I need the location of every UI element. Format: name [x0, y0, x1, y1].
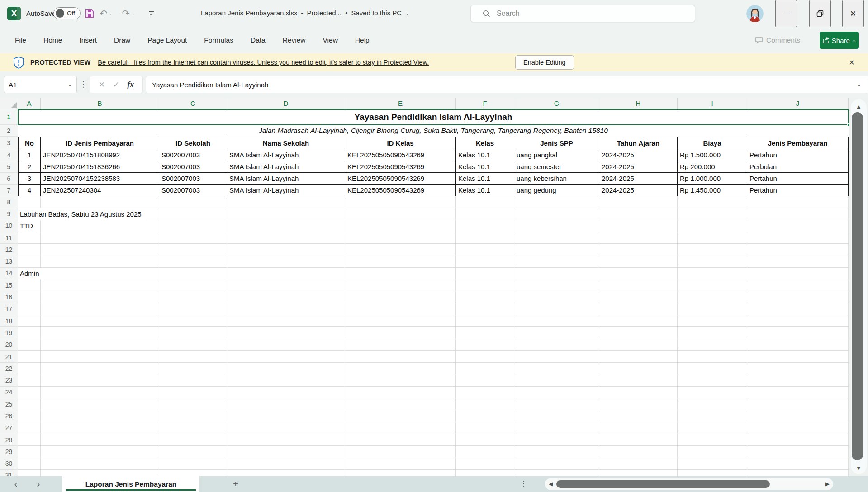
cell-H31[interactable] — [599, 470, 678, 476]
cell-A16[interactable] — [18, 291, 41, 303]
cell-B4[interactable]: JEN20250704151808992 — [41, 149, 159, 161]
cell-I8[interactable] — [678, 196, 747, 208]
cell-H17[interactable] — [599, 303, 678, 315]
cell-B19[interactable] — [41, 327, 159, 339]
cell-H21[interactable] — [599, 351, 678, 363]
cell-A21[interactable] — [18, 351, 41, 363]
cell-A17[interactable] — [18, 303, 41, 315]
cell-I26[interactable] — [678, 410, 747, 422]
cell-F17[interactable] — [456, 303, 514, 315]
cell-E13[interactable] — [345, 255, 456, 267]
cell-F11[interactable] — [456, 232, 514, 244]
cell-G15[interactable] — [514, 279, 599, 291]
row-header-18[interactable]: 18 — [0, 315, 18, 327]
cell-F6[interactable]: Kelas 10.1 — [456, 173, 514, 184]
cell-F29[interactable] — [456, 446, 514, 458]
scroll-down-icon[interactable]: ▼ — [851, 465, 867, 472]
save-button[interactable] — [82, 6, 97, 21]
cell-H24[interactable] — [599, 387, 678, 398]
row-header-23[interactable]: 23 — [0, 374, 18, 386]
cell-D30[interactable] — [227, 458, 345, 470]
cell-I17[interactable] — [678, 303, 747, 315]
cell-F19[interactable] — [456, 327, 514, 339]
row-header-6[interactable]: 6 — [0, 173, 18, 184]
banner-close-button[interactable]: ✕ — [845, 56, 859, 69]
cell-F10[interactable] — [456, 220, 514, 232]
cell-H8[interactable] — [599, 196, 678, 208]
cell-I5[interactable]: Rp 200.000 — [678, 161, 747, 173]
header-cell-kelas[interactable]: Kelas — [456, 137, 514, 149]
cell-C24[interactable] — [159, 387, 227, 398]
cell-J27[interactable] — [747, 422, 849, 434]
cell-E16[interactable] — [345, 291, 456, 303]
cell-F16[interactable] — [456, 291, 514, 303]
cancel-icon[interactable]: ✕ — [99, 80, 105, 90]
cell-F12[interactable] — [456, 244, 514, 255]
cell-I9[interactable] — [678, 208, 747, 220]
scroll-left-icon[interactable]: ◀ — [549, 481, 553, 487]
cell-B24[interactable] — [41, 387, 159, 398]
expand-formula-bar-icon[interactable]: ⌄ — [857, 82, 861, 87]
tab-draw[interactable]: Draw — [105, 33, 139, 48]
cell-D29[interactable] — [227, 446, 345, 458]
cell-A18[interactable] — [18, 315, 41, 327]
cell-A7[interactable]: 4 — [18, 184, 41, 196]
cell-C7[interactable]: S002007003 — [159, 184, 227, 196]
scrollbar-divider-icon[interactable]: ⋮ — [520, 479, 527, 488]
cell-C22[interactable] — [159, 363, 227, 374]
column-header-D[interactable]: D — [227, 98, 345, 109]
row-header-5[interactable]: 5 — [0, 161, 18, 173]
row-header-9[interactable]: 9 — [0, 208, 18, 220]
tab-file[interactable]: File — [6, 33, 35, 48]
cell-I21[interactable] — [678, 351, 747, 363]
cell-F26[interactable] — [456, 410, 514, 422]
cell-A11[interactable] — [18, 232, 41, 244]
cell-A31[interactable] — [18, 470, 41, 476]
cell-J5[interactable]: Perbulan — [747, 161, 849, 173]
cell-G8[interactable] — [514, 196, 599, 208]
cell-G23[interactable] — [514, 374, 599, 386]
name-box[interactable]: A1 ⌄ — [4, 76, 77, 93]
formula-bar-divider-icon[interactable]: ⋮ — [80, 80, 87, 89]
cell-G29[interactable] — [514, 446, 599, 458]
vertical-scrollbar[interactable]: ▲ ▼ — [849, 98, 868, 476]
cell-B5[interactable]: JEN20250704151836266 — [41, 161, 159, 173]
cell-H25[interactable] — [599, 398, 678, 410]
cell-J9[interactable] — [747, 208, 849, 220]
row-header-30[interactable]: 30 — [0, 458, 18, 470]
cell-I19[interactable] — [678, 327, 747, 339]
cell-H27[interactable] — [599, 422, 678, 434]
cell-G26[interactable] — [514, 410, 599, 422]
undo-button[interactable]: ↶ ⌄ — [99, 6, 113, 21]
cell-C29[interactable] — [159, 446, 227, 458]
cell-G30[interactable] — [514, 458, 599, 470]
cell-D12[interactable] — [227, 244, 345, 255]
column-header-C[interactable]: C — [159, 98, 227, 109]
cell-D10[interactable] — [227, 220, 345, 232]
cell-H7[interactable]: 2024-2025 — [599, 184, 678, 196]
cell-D27[interactable] — [227, 422, 345, 434]
horizontal-scrollbar[interactable]: ◀ ▶ — [545, 478, 833, 490]
cell-D11[interactable] — [227, 232, 345, 244]
saved-status[interactable]: Saved to this PC — [351, 9, 402, 17]
tab-formulas[interactable]: Formulas — [195, 33, 242, 48]
cell-D17[interactable] — [227, 303, 345, 315]
cell-J29[interactable] — [747, 446, 849, 458]
cell-B13[interactable] — [41, 255, 159, 267]
cell-F20[interactable] — [456, 339, 514, 351]
row-header-26[interactable]: 26 — [0, 410, 18, 422]
cell-G21[interactable] — [514, 351, 599, 363]
restore-button[interactable] — [809, 0, 831, 27]
cell-C17[interactable] — [159, 303, 227, 315]
cell-G10[interactable] — [514, 220, 599, 232]
cell-J23[interactable] — [747, 374, 849, 386]
cell-E9[interactable] — [345, 208, 456, 220]
cell-C4[interactable]: S002007003 — [159, 149, 227, 161]
cell-B16[interactable] — [41, 291, 159, 303]
cell-H12[interactable] — [599, 244, 678, 255]
cell-C26[interactable] — [159, 410, 227, 422]
row-header-27[interactable]: 27 — [0, 422, 18, 434]
cell-A25[interactable] — [18, 398, 41, 410]
cell-C13[interactable] — [159, 255, 227, 267]
cell-C18[interactable] — [159, 315, 227, 327]
